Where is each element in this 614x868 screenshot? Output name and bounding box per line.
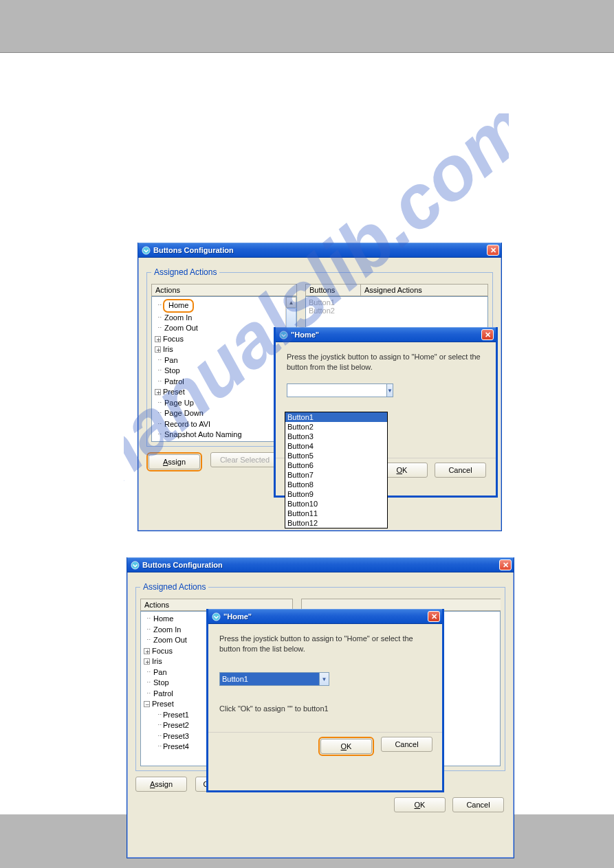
- scroll-thumb[interactable]: [286, 308, 296, 329]
- dialog-title: "Home": [291, 331, 481, 339]
- assign-home-dialog-2: "Home" ✕ Press the joystick button to as…: [206, 609, 444, 792]
- buttons-column-header[interactable]: Buttons: [305, 284, 360, 296]
- dialog-message: Press the joystick button to assign to "…: [219, 634, 431, 654]
- app-icon: [279, 331, 288, 340]
- assigned-column-header[interactable]: Assigned Actions: [360, 284, 488, 296]
- combo-option[interactable]: Button12: [285, 518, 387, 528]
- button-combobox[interactable]: ▼: [287, 383, 383, 397]
- close-icon[interactable]: ✕: [499, 559, 512, 570]
- cancel-button[interactable]: Cancel: [435, 463, 486, 478]
- combo-option[interactable]: Button5: [285, 451, 387, 460]
- cancel-button[interactable]: Cancel: [452, 797, 504, 812]
- dialog-confirm-text: Click "Ok" to assign "" to button1: [219, 704, 431, 714]
- combo-option[interactable]: Button10: [285, 499, 387, 509]
- assign-button-highlight: AAssignssign: [146, 452, 202, 471]
- close-icon[interactable]: ✕: [481, 329, 494, 340]
- combo-option[interactable]: Button1: [285, 412, 387, 422]
- expand-icon[interactable]: [144, 658, 150, 665]
- close-icon[interactable]: ✕: [428, 611, 440, 622]
- document-divider: [0, 52, 614, 53]
- svg-point-2: [280, 331, 287, 339]
- close-icon[interactable]: ✕: [487, 245, 499, 256]
- app-icon: [212, 612, 221, 621]
- clear-selected-button[interactable]: Clear Selected: [210, 452, 279, 467]
- expand-icon[interactable]: [155, 346, 161, 353]
- chevron-down-icon[interactable]: ▼: [319, 672, 329, 686]
- actions-column-header[interactable]: Actions: [151, 284, 297, 296]
- assign-button[interactable]: AAssignssign: [149, 454, 200, 469]
- titlebar[interactable]: "Home" ✕: [276, 327, 496, 342]
- scroll-up-icon[interactable]: ▲: [286, 297, 296, 308]
- list-item[interactable]: Button1: [309, 298, 485, 307]
- expand-icon[interactable]: [155, 336, 161, 342]
- combo-option[interactable]: Button3: [285, 432, 387, 441]
- tree-item-home[interactable]: Home: [163, 299, 194, 313]
- titlebar[interactable]: Buttons Configuration ✕: [127, 557, 514, 572]
- app-icon: [131, 561, 140, 570]
- combobox-dropdown[interactable]: Button1 Button2 Button3 Button4 Button5 …: [285, 412, 388, 528]
- window-title: Buttons Configuration: [142, 561, 499, 569]
- ok-button[interactable]: OKOK: [394, 797, 446, 812]
- titlebar[interactable]: Buttons Configuration ✕: [138, 243, 501, 258]
- ok-button-highlight: OKOK: [318, 737, 374, 756]
- combo-option[interactable]: Button8: [285, 480, 387, 489]
- cancel-button[interactable]: Cancel: [381, 737, 432, 752]
- chevron-down-icon[interactable]: ▼: [386, 383, 393, 397]
- ok-button[interactable]: OKOK: [320, 739, 372, 754]
- window-title: Buttons Configuration: [153, 246, 487, 254]
- combo-option[interactable]: Button2: [285, 422, 387, 432]
- list-item[interactable]: Button2: [309, 307, 485, 315]
- document-body: manualslib.com Buttons Configuration ✕ A…: [0, 58, 614, 804]
- group-legend: Assigned Actions: [140, 582, 208, 592]
- button-combobox[interactable]: ▼: [219, 672, 329, 686]
- expand-icon[interactable]: [155, 389, 161, 395]
- combo-option[interactable]: Button4: [285, 441, 387, 451]
- combo-option[interactable]: Button6: [285, 460, 387, 470]
- combo-option[interactable]: Button7: [285, 470, 387, 480]
- svg-point-4: [212, 613, 220, 621]
- expand-icon[interactable]: [144, 648, 150, 654]
- collapse-icon[interactable]: [144, 701, 150, 707]
- dialog-title: "Home": [223, 612, 428, 621]
- titlebar[interactable]: "Home" ✕: [208, 609, 442, 624]
- tree-item-zoom-in[interactable]: ⋅⋅Zoom In: [155, 313, 295, 324]
- assign-button[interactable]: AssignAssign: [135, 777, 187, 792]
- combo-option[interactable]: Button9: [285, 489, 387, 499]
- svg-point-3: [131, 561, 139, 569]
- document-header-band: [0, 0, 614, 52]
- group-legend: Assigned Actions: [151, 267, 219, 277]
- svg-point-1: [142, 247, 150, 254]
- dialog-message: Press the joystick button to assign to "…: [287, 352, 485, 372]
- combo-option[interactable]: Button11: [285, 509, 387, 518]
- app-icon: [142, 246, 151, 255]
